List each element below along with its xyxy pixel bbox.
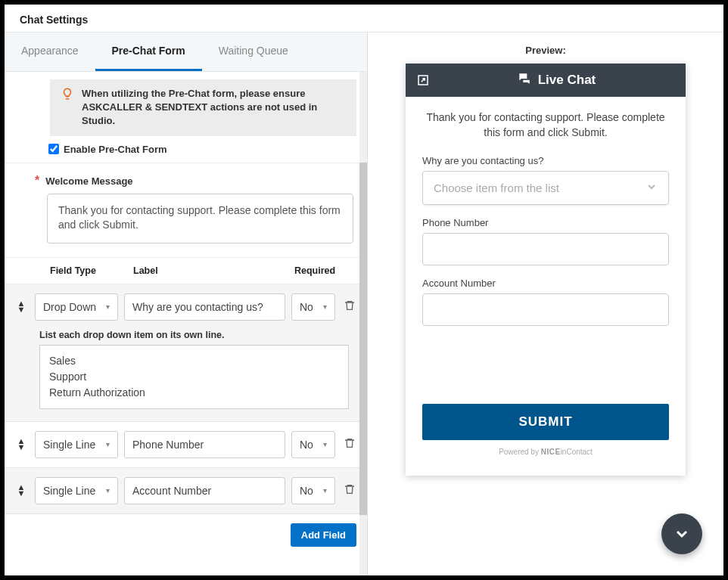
- field-label-value: Account Number: [132, 485, 211, 497]
- preview-dropdown-placeholder: Choose item from the list: [434, 181, 559, 194]
- field-row: ▲▼ Single Line ▾ Account Number No ▾: [5, 468, 367, 514]
- field-type-select[interactable]: Single Line ▾: [35, 431, 118, 458]
- field-required-value: No: [300, 439, 313, 451]
- required-star: *: [35, 174, 39, 188]
- chevron-down-icon: ▾: [323, 486, 327, 495]
- preview-dropdown[interactable]: Choose item from the list: [422, 171, 669, 205]
- field-required-select[interactable]: No ▾: [291, 477, 335, 504]
- content: Appearance Pre-Chat Form Waiting Queue W…: [5, 33, 723, 575]
- col-field-type: Field Type: [50, 265, 133, 276]
- powered-by: Powered by NICEinContact: [422, 440, 669, 462]
- tab-appearance[interactable]: Appearance: [5, 33, 95, 71]
- field-required-value: No: [300, 301, 313, 313]
- welcome-message-input[interactable]: [47, 194, 353, 243]
- submit-button[interactable]: SUBMIT: [422, 404, 669, 440]
- drag-handle-icon[interactable]: ▲▼: [14, 439, 29, 450]
- col-label: Label: [133, 265, 294, 276]
- page-title: Chat Settings: [5, 5, 723, 33]
- field-label-input[interactable]: Why are you contacting us?: [124, 293, 285, 321]
- welcome-message-block: * Welcome Message: [5, 163, 367, 258]
- chevron-down-icon: ▾: [323, 302, 327, 311]
- tabs: Appearance Pre-Chat Form Waiting Queue: [5, 33, 367, 72]
- tab-prechat[interactable]: Pre-Chat Form: [95, 33, 202, 71]
- field-row: ▲▼ Drop Down ▾ Why are you contacting us…: [5, 284, 367, 422]
- preview-account-input[interactable]: [422, 293, 669, 326]
- preview-label: Preview:: [525, 45, 565, 56]
- info-alert: When utilizing the Pre-Chat form, please…: [50, 79, 356, 136]
- chat-body: Thank you for contacting support. Please…: [406, 97, 686, 476]
- settings-pane: Appearance Pre-Chat Form Waiting Queue W…: [5, 33, 368, 575]
- settings-scroll[interactable]: When utilizing the Pre-Chat form, please…: [5, 72, 367, 575]
- field-required-value: No: [300, 485, 313, 497]
- field-type-select[interactable]: Single Line ▾: [35, 477, 118, 504]
- field-label-value: Phone Number: [132, 439, 204, 451]
- preview-field-label: Why are you contacting us?: [422, 155, 669, 166]
- chevron-down-icon: ▾: [106, 302, 110, 311]
- dropdown-items-input[interactable]: [39, 345, 349, 409]
- dropdown-hint: List each drop down item on its own line…: [39, 330, 358, 340]
- preview-field-label: Account Number: [422, 278, 669, 289]
- field-label-input[interactable]: Phone Number: [124, 431, 285, 458]
- field-type-value: Single Line: [43, 485, 95, 497]
- chevron-down-icon: ▾: [106, 486, 110, 495]
- field-required-select[interactable]: No ▾: [291, 293, 335, 321]
- field-type-value: Single Line: [43, 439, 95, 451]
- field-row: ▲▼ Single Line ▾ Phone Number No ▾: [5, 422, 367, 468]
- field-label-input[interactable]: Account Number: [124, 477, 285, 504]
- enable-prechat-checkbox[interactable]: [48, 144, 59, 154]
- preview-field-label: Phone Number: [422, 217, 669, 228]
- drag-handle-icon[interactable]: ▲▼: [14, 301, 29, 312]
- chat-icon: [517, 71, 532, 89]
- drag-handle-icon[interactable]: ▲▼: [14, 485, 29, 496]
- field-required-select[interactable]: No ▾: [291, 431, 335, 458]
- tab-waiting[interactable]: Waiting Queue: [202, 33, 305, 71]
- field-header: Field Type Label Required: [5, 258, 367, 284]
- welcome-message-label: Welcome Message: [45, 175, 132, 187]
- chevron-down-icon: ▾: [106, 440, 110, 448]
- chevron-down-icon: ▾: [323, 440, 327, 448]
- delete-field-button[interactable]: [341, 437, 358, 452]
- field-type-value: Drop Down: [43, 301, 96, 313]
- chat-header: Live Chat: [406, 64, 686, 97]
- field-label-value: Why are you contacting us?: [132, 301, 263, 313]
- add-field-row: Add Field: [5, 514, 367, 556]
- chat-widget: Live Chat Thank you for contacting suppo…: [406, 64, 686, 476]
- enable-prechat-label: Enable Pre-Chat Form: [64, 144, 167, 155]
- preview-phone-input[interactable]: [422, 233, 669, 265]
- lightbulb-icon: [61, 87, 74, 104]
- col-required: Required: [294, 265, 355, 276]
- scrollbar-track[interactable]: [359, 72, 367, 575]
- preview-pane: Preview: Live Chat Thank you for contact…: [368, 33, 723, 575]
- popout-icon[interactable]: [416, 73, 430, 87]
- scrollbar-thumb[interactable]: [359, 163, 367, 515]
- collapse-fab-button[interactable]: [661, 513, 702, 554]
- chat-welcome-text: Thank you for contacting support. Please…: [422, 110, 669, 140]
- chat-title: Live Chat: [538, 73, 596, 88]
- delete-field-button[interactable]: [341, 299, 358, 315]
- chat-settings-window: Chat Settings Appearance Pre-Chat Form W…: [5, 5, 723, 575]
- add-field-button[interactable]: Add Field: [291, 523, 356, 547]
- delete-field-button[interactable]: [341, 483, 358, 498]
- alert-text: When utilizing the Pre-Chat form, please…: [82, 87, 346, 129]
- field-type-select[interactable]: Drop Down ▾: [35, 293, 118, 321]
- chevron-down-icon: [646, 181, 658, 195]
- enable-prechat-row: Enable Pre-Chat Form: [5, 144, 367, 163]
